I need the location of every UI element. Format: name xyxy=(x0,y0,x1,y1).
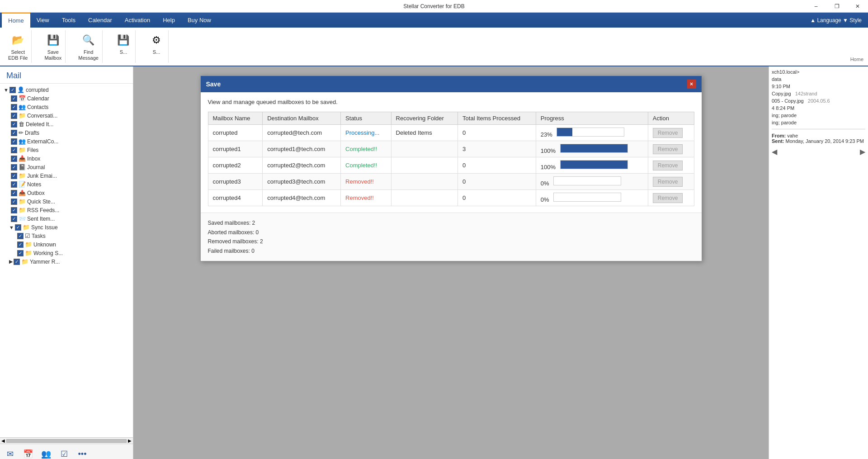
nav-calendar-button[interactable]: 📅 xyxy=(21,447,35,459)
maximize-button[interactable]: ❐ xyxy=(826,0,847,13)
checkbox-quickstep[interactable]: ✓ xyxy=(11,199,17,205)
remove-button[interactable]: Remove xyxy=(653,161,683,170)
checkbox-journal[interactable]: ✓ xyxy=(11,164,17,170)
minimize-button[interactable]: – xyxy=(806,0,826,13)
nav-contacts-button[interactable]: 👥 xyxy=(39,447,53,459)
remove-button[interactable]: Remove xyxy=(653,177,683,187)
ribbon-tabs: Home View Tools Calendar Activation Help… xyxy=(0,13,868,28)
tab-view[interactable]: View xyxy=(30,13,56,27)
nav-tasks-button[interactable]: ☑ xyxy=(57,447,71,459)
tree-item-corrupted[interactable]: ▼ ✓ 👤 corrupted xyxy=(0,85,133,94)
tree-item-conversation[interactable]: ✓ 📁 Conversati... xyxy=(0,111,133,120)
progress-bar-fill xyxy=(557,128,572,136)
checkbox-unknown[interactable]: ✓ xyxy=(17,241,24,248)
tree-item-notes[interactable]: ✓ 📝 Notes xyxy=(0,180,133,189)
ribbon-section-label: Home xyxy=(850,57,863,63)
title-bar: Stellar Converter for EDB – ❐ ✕ xyxy=(0,0,868,13)
tab-activation[interactable]: Activation xyxy=(118,13,156,27)
remove-button[interactable]: Remove xyxy=(653,144,683,154)
checkbox-calendar[interactable]: ✓ xyxy=(11,95,17,102)
tree-expand-yammer[interactable]: ▶ xyxy=(9,259,13,265)
preview-next-button[interactable]: ▶ xyxy=(860,147,865,156)
tree-label-junkemail: Junk Emai... xyxy=(27,173,57,179)
remove-button[interactable]: Remove xyxy=(653,193,683,203)
checkbox-sentitems[interactable]: ✓ xyxy=(11,216,17,222)
language-style[interactable]: ▲ Language ▼ Style xyxy=(806,14,866,27)
tree-expand-corrupted[interactable]: ▼ xyxy=(4,87,9,93)
externalco-icon: 👥 xyxy=(19,138,26,145)
contacts-icon: 👥 xyxy=(19,104,26,110)
checkbox-inbox[interactable]: ✓ xyxy=(11,156,17,162)
remove-button[interactable]: Remove xyxy=(653,128,683,138)
tree-item-externalco[interactable]: ✓ 👥 ExternalCo... xyxy=(0,137,133,146)
ribbon-save2[interactable]: 💾 S... xyxy=(112,30,136,63)
ribbon-save-mailbox[interactable]: 💾 SaveMailbox xyxy=(41,30,66,63)
tree-item-outbox[interactable]: ✓ 📤 Outbox xyxy=(0,189,133,197)
hscroll-bar[interactable] xyxy=(6,439,127,443)
scroll-right-arrow[interactable]: ▶ xyxy=(127,438,133,443)
tree-item-working[interactable]: ✓ 📁 Working S... xyxy=(0,249,133,257)
scroll-left-arrow[interactable]: ◀ xyxy=(0,438,6,443)
checkbox-rssfeeds[interactable]: ✓ xyxy=(11,207,17,213)
tree-item-sentitems[interactable]: ✓ 📨 Sent Item... xyxy=(0,214,133,223)
modal-title: Save xyxy=(206,80,221,88)
tree-item-deleted[interactable]: ✓ 🗑 Deleted It... xyxy=(0,120,133,128)
table-row: corrupted corrupted@tech.com Processing.… xyxy=(208,125,694,141)
junkemail-icon: 📁 xyxy=(19,172,26,179)
checkbox-files[interactable]: ✓ xyxy=(11,147,17,153)
checkbox-outbox[interactable]: ✓ xyxy=(11,190,17,196)
tab-help[interactable]: Help xyxy=(156,13,181,27)
tree-item-quickstep[interactable]: ✓ 📁 Quick Ste... xyxy=(0,197,133,206)
tree-label-conversation: Conversati... xyxy=(27,113,57,119)
tree-item-syncissue[interactable]: ▼ ✓ 📁 Sync Issue xyxy=(0,223,133,232)
checkbox-deleted[interactable]: ✓ xyxy=(11,121,17,128)
checkbox-externalco[interactable]: ✓ xyxy=(11,138,17,145)
ribbon-settings[interactable]: ⚙ S... xyxy=(145,30,169,63)
tree-item-drafts[interactable]: ✓ ✏ Drafts xyxy=(0,128,133,137)
checkbox-syncissue[interactable]: ✓ xyxy=(15,224,21,231)
main-layout: Mail ▼ ✓ 👤 corrupted ✓ 📅 Calendar ✓ 👥 Co… xyxy=(0,66,868,459)
checkbox-drafts[interactable]: ✓ xyxy=(11,130,17,136)
tree-item-rssfeeds[interactable]: ✓ 📁 RSS Feeds... xyxy=(0,206,133,214)
preview-prev-button[interactable]: ◀ xyxy=(772,147,777,156)
tree-item-journal[interactable]: ✓ 📓 Journal xyxy=(0,163,133,171)
file1-text: Copy.jpg 142strand xyxy=(772,91,865,96)
tree-item-calendar[interactable]: ✓ 📅 Calendar xyxy=(0,94,133,103)
checkbox-corrupted[interactable]: ✓ xyxy=(9,87,16,93)
tree-item-unknown[interactable]: ✓ 📁 Unknown xyxy=(0,240,133,249)
tree-item-inbox[interactable]: ✓ 📥 Inbox xyxy=(0,154,133,163)
tab-tools[interactable]: Tools xyxy=(56,13,82,27)
modal-close-button[interactable]: × xyxy=(687,80,696,89)
tree-item-contacts[interactable]: ✓ 👥 Contacts xyxy=(0,103,133,111)
checkbox-contacts[interactable]: ✓ xyxy=(11,104,17,110)
progress-bar-container xyxy=(560,160,628,169)
checkbox-notes[interactable]: ✓ xyxy=(11,181,17,188)
progress-bar-container xyxy=(553,193,621,202)
ribbon-select-edb[interactable]: 📂 SelectEDB File xyxy=(5,30,32,63)
checkbox-yammer[interactable]: ✓ xyxy=(14,259,20,265)
app-close-button[interactable]: ✕ xyxy=(847,0,868,13)
tab-buynow[interactable]: Buy Now xyxy=(181,13,217,27)
cell-recovering: Deleted Items xyxy=(391,125,458,141)
checkbox-conversation[interactable]: ✓ xyxy=(11,113,17,119)
tree-label-calendar: Calendar xyxy=(27,95,49,102)
checkbox-tasks[interactable]: ✓ xyxy=(17,233,24,239)
tree-expand-syncissue[interactable]: ▼ xyxy=(9,225,14,230)
tree-item-tasks[interactable]: ✓ ☑ Tasks xyxy=(0,232,133,240)
nav-mail-button[interactable]: ✉ xyxy=(3,447,17,459)
ribbon-find-message[interactable]: 🔍 FindMessage xyxy=(75,30,103,63)
save-mailbox-icon: 💾 xyxy=(45,32,61,48)
app-title: Stellar Converter for EDB xyxy=(403,3,464,9)
tree-item-junkemail[interactable]: ✓ 📁 Junk Emai... xyxy=(0,171,133,180)
tree-item-yammer[interactable]: ▶ ✓ 📁 Yammer R... xyxy=(0,257,133,266)
tab-home[interactable]: Home xyxy=(2,13,30,28)
checkbox-junkemail[interactable]: ✓ xyxy=(11,173,17,179)
aborted-mailboxes-label: Aborted mailboxes: 0 xyxy=(208,228,694,237)
table-row: corrupted4 corrupted4@tech.com Removed!!… xyxy=(208,190,694,206)
tree-label-notes: Notes xyxy=(27,181,41,188)
checkbox-working[interactable]: ✓ xyxy=(17,250,24,256)
file2-name: 005 - Copy.jpg xyxy=(772,98,804,104)
nav-more-button[interactable]: ••• xyxy=(75,447,90,459)
tab-calendar[interactable]: Calendar xyxy=(82,13,118,27)
tree-item-files[interactable]: ✓ 📁 Files xyxy=(0,146,133,154)
